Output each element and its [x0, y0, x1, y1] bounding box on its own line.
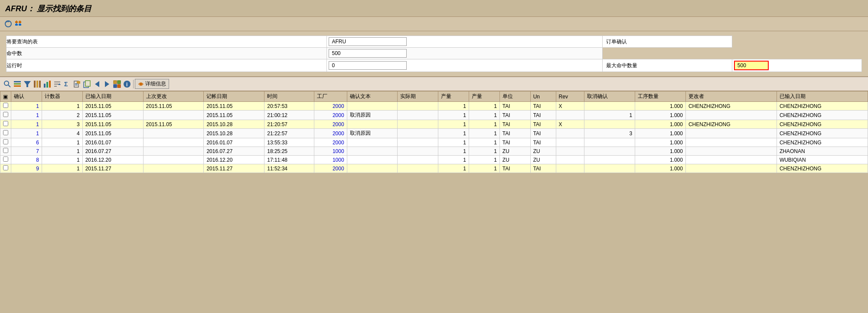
col-last-change[interactable]: 上次更改 [143, 91, 204, 102]
table-cell: 4 [42, 129, 82, 138]
col-unit[interactable]: 单位 [499, 91, 530, 102]
row-checkbox[interactable] [3, 156, 8, 162]
col-qty2[interactable]: 产量 [469, 91, 500, 102]
svg-rect-12 [14, 83, 21, 85]
table-row[interactable]: 612016.01.072016.01.0713:55:33200011TAIT… [0, 138, 868, 147]
info-button[interactable]: i [122, 79, 132, 89]
row-checkbox[interactable] [3, 130, 8, 135]
sum-button[interactable]: Σ [62, 79, 72, 89]
table-cell: CHENZHIZHONG [777, 164, 868, 173]
table-cell: 2015.11.05 [82, 129, 143, 138]
table-cell [0, 164, 11, 173]
table-cell: 21:22:57 [264, 129, 314, 138]
table-cell: 1 [438, 129, 469, 138]
table-cell [0, 102, 11, 111]
table-cell: 2015.10.28 [204, 129, 264, 138]
table-cell: CHENZHIZHONG [777, 102, 868, 111]
title-bar: AFRU： 显示找到的条目 [0, 0, 868, 17]
table-cell [556, 111, 584, 120]
col-changed-by[interactable]: 更改者 [685, 91, 777, 102]
col-confirm[interactable]: 确认 [11, 91, 42, 102]
grid-button[interactable] [112, 79, 122, 89]
row-checkbox[interactable] [3, 165, 8, 170]
row-checkbox[interactable] [3, 139, 8, 144]
table-cell: 2016.12.20 [82, 156, 143, 164]
col-op-qty[interactable]: 工序数量 [635, 91, 686, 102]
table-cell [347, 120, 398, 129]
table-cell: 1 [438, 164, 469, 173]
table-cell: 2015.11.27 [82, 164, 143, 173]
find-button[interactable] [3, 79, 12, 89]
table-cell: 1 [584, 111, 635, 120]
table-row[interactable]: 142015.11.052015.10.2821:22:572000取消原因11… [0, 129, 868, 138]
row-checkbox[interactable] [3, 148, 8, 153]
table-row[interactable]: 812016.12.202016.12.2017:11:48100011ZUZU… [0, 156, 868, 164]
table-row[interactable]: 122015.11.052015.11.0521:00:122000取消原因11… [0, 111, 868, 120]
page-title: AFRU： 显示找到的条目 [5, 3, 863, 14]
table-cell: 1.000 [635, 102, 686, 111]
table-cell: 2015.11.05 [143, 120, 204, 129]
columns-button[interactable] [33, 79, 42, 89]
hits-value: 500 [329, 49, 407, 58]
table-cell: 2000 [314, 111, 347, 120]
svg-rect-4 [19, 24, 21, 26]
table-cell: 2000 [314, 129, 347, 138]
table-cell: ZU [530, 147, 556, 156]
svg-rect-18 [44, 84, 46, 88]
col-counter[interactable]: 计数器 [42, 91, 82, 102]
col-entry-date2[interactable]: 已输入日期 [777, 91, 868, 102]
copy-button[interactable] [82, 79, 92, 89]
table-cell: 1 [438, 156, 469, 164]
svg-rect-19 [46, 82, 48, 88]
table-cell: TAI [530, 138, 556, 147]
col-qty1[interactable]: 产量 [438, 91, 469, 102]
table-cell: TAI [499, 120, 530, 129]
col-plant[interactable]: 工厂 [314, 91, 347, 102]
table-cell: CHENZHIZHONG [777, 120, 868, 129]
table-cell [398, 129, 438, 138]
settings-icon[interactable] [14, 19, 23, 29]
list-view-button[interactable] [13, 79, 22, 89]
col-time[interactable]: 时间 [264, 91, 314, 102]
filter-button[interactable] [23, 79, 32, 89]
row-checkbox[interactable] [3, 112, 8, 117]
table-row[interactable]: 112015.11.052015.11.052015.11.0520:57:53… [0, 102, 868, 111]
table-cell: 2015.11.27 [204, 164, 264, 173]
refresh-icon[interactable] [3, 19, 13, 29]
table-cell: CHENZHIZHONG [685, 102, 777, 111]
max-hits-value[interactable]: 500 [734, 61, 769, 70]
svg-text:Σ: Σ [64, 81, 68, 88]
nav-left-button[interactable] [92, 79, 102, 89]
col-cancel[interactable]: 取消确认 [584, 91, 635, 102]
svg-line-10 [8, 85, 10, 87]
col-posting-date[interactable]: 记帐日期 [204, 91, 264, 102]
col-un[interactable]: Un [530, 91, 556, 102]
export-button[interactable] [72, 79, 82, 89]
table-cell [347, 102, 398, 111]
detail-button[interactable]: 详细信息 [135, 79, 169, 89]
col-rev[interactable]: Rev [556, 91, 584, 102]
runtime-label: 运行时 [7, 59, 327, 72]
table-row[interactable]: 912015.11.272015.11.2711:52:34200011TAIT… [0, 164, 868, 173]
table-cell: 1.000 [635, 129, 686, 138]
table-cell: 1 [469, 111, 500, 120]
table-cell [143, 156, 204, 164]
row-checkbox[interactable] [3, 103, 8, 108]
table-cell: 1000 [314, 156, 347, 164]
table-row[interactable]: 712016.07.272016.07.2718:25:25100011ZUZU… [0, 147, 868, 156]
table-cell: 2015.11.05 [204, 102, 264, 111]
table-cell: 2000 [314, 164, 347, 173]
chart-button[interactable] [42, 79, 52, 89]
col-confirm-text[interactable]: 确认文本 [347, 91, 398, 102]
table-cell: 1 [438, 111, 469, 120]
col-entry-date[interactable]: 已输入日期 [82, 91, 143, 102]
nav-right-button[interactable] [102, 79, 112, 89]
table-cell: 2015.11.05 [204, 111, 264, 120]
svg-rect-31 [85, 81, 90, 86]
sort-button[interactable] [52, 79, 62, 89]
data-table-container: ▣ 确认 计数器 已输入日期 上次更改 记帐日期 时间 工厂 确认文本 实际期 … [0, 91, 868, 173]
svg-rect-11 [14, 81, 21, 82]
table-row[interactable]: 132015.11.052015.11.052015.10.2821:20:57… [0, 120, 868, 129]
row-checkbox[interactable] [3, 121, 8, 126]
col-actual-period[interactable]: 实际期 [398, 91, 438, 102]
